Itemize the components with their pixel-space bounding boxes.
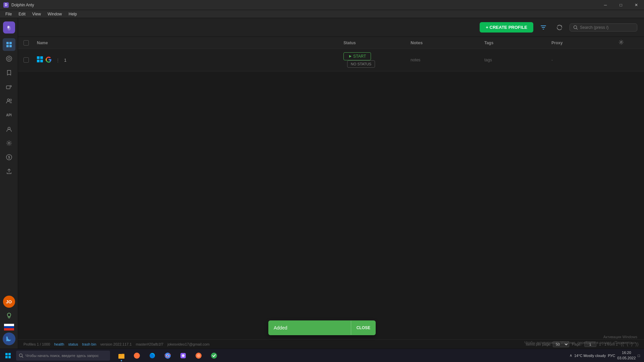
version-info: version 2022.117.1 — [100, 342, 132, 346]
google-icon — [46, 57, 52, 64]
sidebar-item-api[interactable]: API — [3, 109, 15, 121]
taskbar-clock: 16:20 03.05.2022 — [617, 350, 636, 361]
minimize-button[interactable]: ─ — [598, 0, 613, 10]
svg-rect-6 — [9, 45, 12, 47]
status-badge: NO STATUS — [347, 60, 375, 68]
filter-icon-button[interactable] — [537, 21, 549, 34]
create-profile-button[interactable]: + CREATE PROFILE — [480, 22, 533, 33]
svg-point-18 — [621, 42, 622, 43]
start-button[interactable]: START — [343, 52, 371, 60]
menu-help[interactable]: Help — [66, 11, 80, 17]
taskbar-app6[interactable] — [191, 349, 206, 362]
svg-rect-19 — [37, 56, 40, 59]
menu-file[interactable]: File — [3, 11, 14, 17]
branch-info: master#20afb1f7 — [136, 342, 164, 346]
sidebar-item-team[interactable] — [3, 95, 15, 107]
clock-date: 03.05.2022 — [617, 356, 636, 361]
svg-rect-22 — [40, 60, 43, 62]
table-settings-icon[interactable] — [619, 40, 639, 46]
close-button[interactable]: ✕ — [629, 0, 644, 10]
svg-rect-10 — [6, 86, 10, 89]
sidebar-item-profiles[interactable] — [3, 38, 15, 51]
taskbar-search[interactable]: Чтобы начать поиск, введите здесь запрос — [16, 351, 110, 361]
content-area: + CREATE PROFILE — [18, 18, 644, 349]
status-link[interactable]: status — [68, 342, 78, 346]
notification-center[interactable]: □ — [638, 354, 640, 358]
menu-window[interactable]: Window — [45, 11, 65, 17]
sidebar-item-billing[interactable]: $ — [3, 151, 15, 164]
sidebar-item-export[interactable] — [3, 165, 15, 178]
app-icon: D — [3, 2, 9, 8]
menu-edit[interactable]: Edit — [16, 11, 28, 17]
svg-point-14 — [8, 142, 10, 144]
svg-point-33 — [167, 355, 169, 357]
watermark-line1: Активация Windows — [524, 334, 637, 340]
lightbulb-icon[interactable] — [3, 309, 15, 322]
col-tags: Tags — [484, 41, 551, 45]
sidebar-bottom: JO — [3, 296, 15, 345]
title-bar: D Dolphin Anty ─ □ ✕ — [0, 0, 644, 10]
select-all-checkbox[interactable] — [23, 40, 29, 46]
search-input[interactable] — [580, 25, 634, 30]
taskbar-app5[interactable] — [176, 349, 191, 362]
language-flag[interactable] — [3, 323, 15, 331]
sidebar-item-accounts[interactable] — [3, 123, 15, 135]
search-box[interactable] — [570, 23, 637, 32]
svg-rect-25 — [5, 356, 8, 358]
svg-point-12 — [10, 99, 11, 101]
sidebar-item-bookmarks[interactable] — [3, 66, 15, 79]
watermark-line2: Чтобы активировать Windows, перейдите в … — [524, 340, 637, 346]
notes-cell[interactable]: notes — [411, 58, 484, 62]
svg-point-38 — [211, 353, 217, 359]
sidebar: API $ JO — [0, 18, 18, 349]
taskbar-file-explorer[interactable] — [114, 349, 129, 362]
tags-cell[interactable]: tags — [484, 58, 551, 62]
col-notes: Notes — [411, 40, 484, 45]
taskbar-chrome[interactable] — [160, 349, 175, 362]
sidebar-logo — [3, 21, 15, 34]
table-header: Name Status Notes Tags Proxy — [18, 37, 644, 49]
svg-rect-23 — [5, 353, 8, 355]
night-mode-toggle[interactable] — [3, 333, 15, 345]
taskbar-search-text: Чтобы начать поиск, введите здесь запрос — [25, 354, 99, 358]
sidebar-item-extensions[interactable] — [3, 80, 15, 93]
taskbar-edge[interactable] — [145, 349, 160, 362]
col-proxy: Proxy — [551, 41, 619, 45]
sidebar-item-cookies[interactable] — [3, 52, 15, 65]
language-indicator[interactable]: РУС — [608, 354, 615, 358]
row-checkbox[interactable] — [23, 57, 29, 63]
svg-rect-24 — [8, 353, 11, 355]
windows-icon — [37, 56, 43, 64]
maximize-button[interactable]: □ — [613, 0, 629, 10]
menu-view[interactable]: View — [30, 11, 44, 17]
svg-point-11 — [7, 99, 9, 101]
status-cell: START NO STATUS — [343, 52, 411, 68]
taskbar-app7[interactable] — [207, 349, 221, 362]
table-wrapper: Name Status Notes Tags Proxy — [18, 37, 644, 339]
avatar[interactable]: JO — [3, 296, 15, 308]
refresh-icon-button[interactable] — [553, 21, 566, 34]
tray-expand[interactable]: ∧ — [570, 353, 572, 358]
app-body: API $ JO — [0, 18, 644, 349]
clock-time: 16:20 — [617, 350, 636, 355]
health-link[interactable]: health — [54, 342, 64, 346]
menu-bar: File Edit View Window Help — [0, 10, 644, 18]
profiles-info: Profiles 1 / 1000 — [23, 342, 50, 346]
taskbar-right: ∧ 14°C Mostly cloudy РУС 16:20 03.05.202… — [570, 350, 643, 361]
toast-close-button[interactable]: CLOSE — [351, 321, 376, 335]
trash-bin-link[interactable]: trash bin — [82, 342, 96, 346]
window-controls: ─ □ ✕ — [598, 0, 644, 10]
start-menu-button[interactable] — [1, 350, 15, 362]
svg-rect-26 — [8, 356, 11, 358]
user-email: jokesvideo17@gmail.com — [167, 342, 210, 346]
weather-info: 14°C Mostly cloudy — [574, 354, 606, 358]
svg-point-9 — [9, 58, 9, 59]
svg-rect-20 — [40, 56, 43, 59]
taskbar-firefox[interactable] — [129, 349, 144, 362]
row-menu-icon[interactable]: ⋮ — [54, 58, 61, 63]
col-name: Name — [37, 41, 343, 45]
sidebar-item-settings[interactable] — [3, 137, 15, 149]
toast-notification: Added CLOSE — [268, 320, 376, 335]
svg-point-2 — [7, 26, 9, 28]
taskbar: Чтобы начать поиск, введите здесь запрос — [0, 349, 644, 362]
